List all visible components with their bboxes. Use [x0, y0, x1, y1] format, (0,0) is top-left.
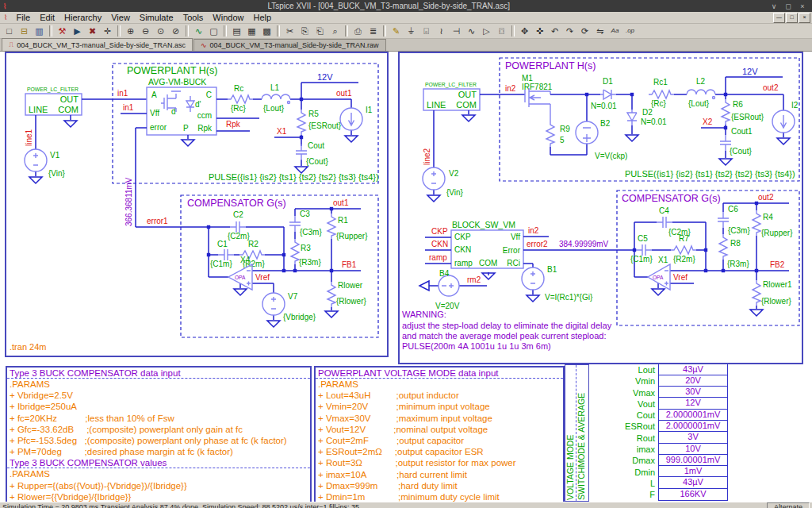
net-label-ckp[interactable]: CKP — [431, 227, 448, 236]
toolbar-separator[interactable] — [511, 25, 515, 37]
toolbar-separator[interactable] — [117, 25, 121, 37]
left-compensator-title[interactable]: COMPENSATOR G(s) — [187, 198, 286, 209]
param-line[interactable]: + ESRout=2mΩ ;output capacitor ESR — [316, 446, 563, 457]
param-line[interactable]: + Dmin=1m ;minimum duty cycle limit — [316, 491, 563, 502]
net-label-rm2[interactable]: rm2 — [467, 275, 481, 284]
net-label-in1[interactable]: in1 — [117, 89, 128, 98]
resistor-R9[interactable]: R9 5 — [546, 121, 570, 147]
param-line[interactable]: + PM=70deg ;desired phase margin at fc (… — [7, 446, 310, 457]
capacitor-C6[interactable]: C6 {C3m} — [718, 205, 750, 235]
net-label-x1[interactable]: X1 — [277, 127, 287, 136]
param-line[interactable]: + Dmax=999m ;hard duty limit — [316, 480, 563, 491]
zoom-full-icon[interactable]: ⊘ — [168, 25, 183, 37]
param-line[interactable]: + Rupper={(abs({Vout})-{Vbridge})/{Ibrid… — [7, 480, 310, 491]
mosfet-M1[interactable]: M1 IRF7821 — [522, 74, 553, 121]
menu-item[interactable]: View — [106, 13, 135, 22]
capacitor-C2[interactable]: C2 {C2m} — [228, 210, 250, 241]
zoom-in-icon[interactable]: ⊕ — [123, 25, 138, 37]
ground-symbol[interactable] — [462, 115, 475, 121]
net-label-out2[interactable]: out2 — [763, 83, 779, 92]
resistor-R3[interactable]: R3 {R3m} — [291, 239, 321, 267]
text-icon[interactable]: Aa — [607, 25, 622, 37]
rotate-icon[interactable]: ⟳ — [577, 25, 592, 37]
undo-icon[interactable]: ↶ — [547, 25, 562, 37]
bsource-B2[interactable]: B2 V=V(ckp) — [576, 119, 627, 160]
spice-directive-icon[interactable]: .op — [622, 25, 638, 37]
capacitor-C4[interactable]: C4 {C2m} — [657, 206, 691, 237]
net-label-in2[interactable]: in2 — [505, 84, 516, 93]
net-label-out1[interactable]: out1 — [336, 89, 352, 98]
left-powerplant-title[interactable]: POWERPLANT H(s) — [127, 65, 217, 76]
voltage-source-V2[interactable]: V2 {Vin} — [423, 167, 464, 197]
right-compensator-title[interactable]: COMPENSATOR G(s) — [622, 193, 721, 204]
capacitor-Cout[interactable]: Cout {Cout} — [296, 141, 328, 166]
minimize-button[interactable]: ∨ — [768, 2, 780, 10]
resistor-Rlower[interactable]: Rlower {Rlower} — [327, 281, 366, 307]
current-source-I2[interactable]: I2 — [772, 101, 799, 133]
param-line[interactable]: .PARAMS — [7, 379, 310, 390]
waveform-icon[interactable]: ∿ — [191, 25, 206, 37]
filter-block-right[interactable]: POWER_LC_FILTER OUT LINE COM — [423, 82, 480, 110]
net-label-out1[interactable]: out1 — [333, 198, 349, 207]
filter-block-left[interactable]: POWER_LC_FILTER OUT LINE COM — [25, 87, 82, 115]
net-label-vref[interactable]: Vref — [255, 273, 270, 282]
resistor-R7[interactable]: R7 {R2m} — [671, 234, 696, 264]
menu-item[interactable]: Tools — [178, 13, 209, 22]
param-line[interactable]: + Rlower={{Vbridge}/{Ibridge}} — [7, 491, 310, 502]
ground-symbol[interactable] — [234, 289, 247, 295]
component-icon[interactable]: ⌼ — [494, 25, 509, 37]
ground-symbol[interactable] — [719, 159, 732, 165]
param-line[interactable]: + imax=10A ;hard current limit — [316, 469, 563, 480]
wire-icon[interactable]: ✎ — [389, 25, 404, 37]
new-file-icon[interactable]: □ — [2, 25, 17, 37]
voltage-source-V1[interactable]: V1 {Vin} — [25, 149, 66, 178]
resistor-R5[interactable]: R5 {ESRout} — [297, 110, 342, 135]
net-label-error1[interactable]: error1 — [147, 217, 168, 225]
mirror-icon[interactable]: ⇋ — [592, 25, 607, 37]
control-panel-icon[interactable]: ⚒ — [55, 25, 70, 37]
ground-symbol[interactable] — [527, 295, 539, 302]
ground-symbol[interactable] — [29, 177, 42, 183]
net-label-x2[interactable]: X2 — [703, 117, 713, 126]
pulse-directive-left[interactable]: PULSE({is1} {is2} {ts1} {ts2} {ts2} {ts3… — [209, 172, 379, 182]
cascade-icon[interactable]: ▩ — [259, 25, 274, 37]
param-line[interactable]: + Pfc=-153.5deg ;(composite) powerplant … — [7, 435, 310, 446]
tile-vertical-icon[interactable]: ▦ — [244, 25, 259, 37]
net-label-error2[interactable]: error2 — [527, 240, 548, 248]
mdi-minimize-button[interactable]: — — [773, 13, 785, 23]
param-line[interactable]: .PARAMS — [316, 379, 563, 390]
ground-symbol[interactable] — [182, 140, 194, 146]
resistor-R1[interactable]: R1 {Rupper} — [327, 214, 368, 241]
net-label-fb1[interactable]: FB1 — [342, 260, 357, 269]
left-sheet[interactable]: POWERPLANT H(s) COMPENSATOR G(s) POWER_L… — [6, 52, 388, 356]
param-line[interactable]: + Vmax=30V ;maximum input voltage — [316, 413, 563, 424]
net-label-fb2[interactable]: FB2 — [770, 260, 785, 269]
net-label-ckn[interactable]: CKN — [431, 240, 448, 248]
ground-symbol[interactable] — [626, 135, 638, 141]
drag-icon[interactable]: ✜ — [532, 25, 547, 37]
ground-symbol[interactable] — [652, 289, 665, 295]
tab-waveform[interactable]: ∿ 004_BUCK_VM_T3-manual_Side-by-side_TRA… — [193, 39, 386, 51]
resistor-Rc1[interactable]: Rc1 {Rc} — [649, 78, 674, 108]
voltage-source-V7[interactable]: V7 {Vbridge} — [262, 292, 316, 321]
right-powerplant-title[interactable]: POWERPLANT H(s) — [505, 60, 596, 71]
net-label-12v[interactable]: 12V — [317, 72, 333, 82]
ground-symbol[interactable] — [427, 195, 440, 202]
current-source-I1[interactable]: I1 — [340, 106, 373, 130]
ground-symbol[interactable] — [64, 121, 77, 127]
net-label-in1[interactable]: in1 — [123, 103, 134, 112]
param-line[interactable]: .PARAMS — [7, 468, 310, 479]
diode-D2[interactable]: D2 N=0.01 — [627, 108, 667, 126]
diode-D1[interactable]: D1 N=0.01 — [591, 77, 617, 110]
inductor-L2[interactable]: L2 {Lout} — [687, 77, 715, 108]
copy-icon[interactable]: ⎘ — [297, 25, 312, 37]
ground-symbol[interactable] — [325, 311, 338, 318]
find-icon[interactable]: ⌕ — [327, 25, 343, 37]
diode-icon[interactable]: ▷ — [479, 25, 494, 37]
avg-vm-buck-block[interactable]: AVG-VM-BUCK A C Vff error d d' ccm P Rpk — [147, 77, 216, 135]
capacitor-Cout1[interactable]: Cout1 {Cout} — [720, 127, 753, 156]
tab-schematic[interactable]: ⎍ 004_BUCK_VM_T3-manual_Side-by-side_TRA… — [2, 38, 193, 51]
net-label-in2[interactable]: in2 — [528, 226, 539, 235]
resistor-R6[interactable]: R6 {ESRout} — [722, 99, 764, 125]
toolbar-separator[interactable] — [277, 25, 280, 37]
